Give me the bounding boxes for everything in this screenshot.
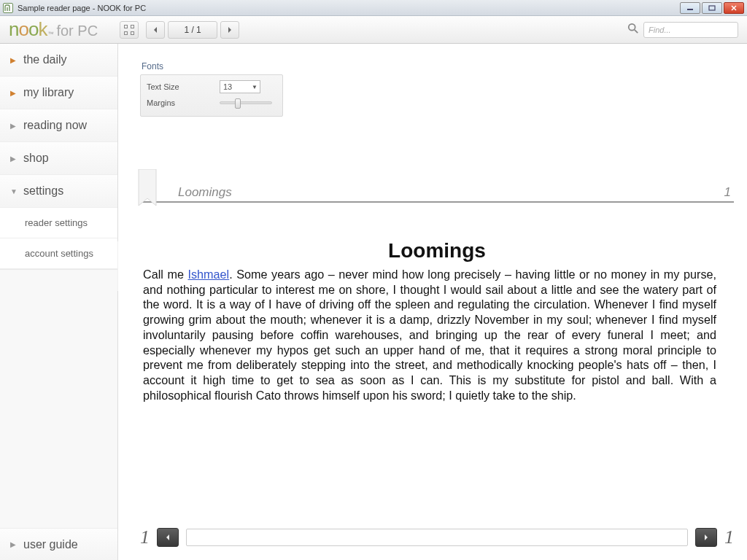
sidebar-subitem-reader-settings[interactable]: reader settings	[0, 208, 117, 238]
sidebar-item-label: user guide	[23, 538, 78, 551]
sidebar-item-the-daily[interactable]: ▶the daily	[0, 44, 117, 77]
slider-thumb[interactable]	[235, 98, 241, 109]
svg-rect-1	[709, 6, 715, 10]
sidebar-item-label: the daily	[23, 53, 67, 66]
minimize-button[interactable]	[680, 2, 700, 14]
sidebar-item-label: settings	[23, 184, 63, 198]
sidebar-item-label: my library	[23, 86, 74, 99]
prev-page-button[interactable]	[146, 21, 165, 39]
fullscreen-button[interactable]	[120, 21, 139, 39]
window-title: Sample reader page - NOOK for PC	[18, 4, 146, 12]
text-size-value: 13	[223, 82, 232, 91]
next-page-button[interactable]	[220, 21, 239, 39]
sidebar-item-label: reading now	[23, 119, 87, 132]
svg-point-2	[629, 23, 635, 30]
page-indicator: 1 / 1	[168, 21, 217, 39]
sidebar-subitem-label: reader settings	[25, 217, 88, 228]
bottom-page-left: 1	[140, 526, 150, 548]
search-icon	[627, 23, 639, 37]
page-scrubber[interactable]	[186, 529, 688, 546]
search-input[interactable]	[643, 22, 738, 38]
toolbar: nook™ for PC 1 / 1	[0, 16, 747, 44]
chapter-body: Call me Ishmael. Some years ago – never …	[140, 267, 734, 403]
chapter-title: Loomings	[140, 239, 734, 262]
sidebar-item-label: shop	[23, 152, 49, 165]
sidebar-item-my-library[interactable]: ▶my library	[0, 77, 117, 109]
sidebar-subitem-account-settings[interactable]: account settings	[0, 238, 117, 269]
svg-line-3	[635, 29, 638, 32]
fullscreen-icon	[124, 25, 134, 35]
sidebar-item-reading-now[interactable]: ▶reading now	[0, 109, 117, 142]
bottom-nav: 1 1	[140, 526, 734, 548]
sidebar-item-settings[interactable]: ▼settings	[0, 175, 117, 208]
close-button[interactable]	[724, 2, 744, 14]
ishmael-link[interactable]: Ishmael	[188, 268, 230, 281]
fonts-panel: Fonts Text Size 13 ▼ Margins	[140, 61, 283, 117]
bottom-next-button[interactable]	[695, 528, 717, 547]
maximize-button[interactable]	[702, 2, 722, 14]
margins-label: Margins	[147, 98, 220, 107]
app-logo: nook™ for PC	[9, 18, 98, 41]
bookmark-ribbon-icon	[136, 169, 159, 216]
svg-rect-0	[687, 9, 693, 10]
page-header: Loomings 1	[140, 185, 734, 203]
text-size-label: Text Size	[147, 82, 220, 91]
window-titlebar: Sample reader page - NOOK for PC	[0, 0, 747, 16]
sidebar-item-user-guide[interactable]: ▶user guide	[0, 528, 117, 560]
text-size-select[interactable]: 13 ▼	[220, 80, 260, 93]
fonts-title: Fonts	[140, 61, 283, 71]
bottom-page-right: 1	[724, 526, 734, 548]
sidebar-subitem-label: account settings	[25, 248, 93, 259]
logo-subtitle: for PC	[56, 23, 98, 39]
app-icon	[3, 3, 13, 13]
sidebar-item-shop[interactable]: ▶shop	[0, 142, 117, 175]
header-page-number: 1	[724, 185, 731, 200]
chevron-down-icon: ▼	[252, 84, 258, 90]
bottom-prev-button[interactable]	[157, 528, 179, 547]
body-lead: Call me	[143, 268, 188, 281]
body-rest: . Some years ago – never mind how long p…	[143, 268, 716, 402]
sidebar: ▶the daily ▶my library ▶reading now ▶sho…	[0, 44, 118, 560]
header-chapter: Loomings	[178, 185, 232, 200]
content-area: Fonts Text Size 13 ▼ Margins	[118, 44, 747, 560]
margins-slider[interactable]	[220, 101, 272, 104]
